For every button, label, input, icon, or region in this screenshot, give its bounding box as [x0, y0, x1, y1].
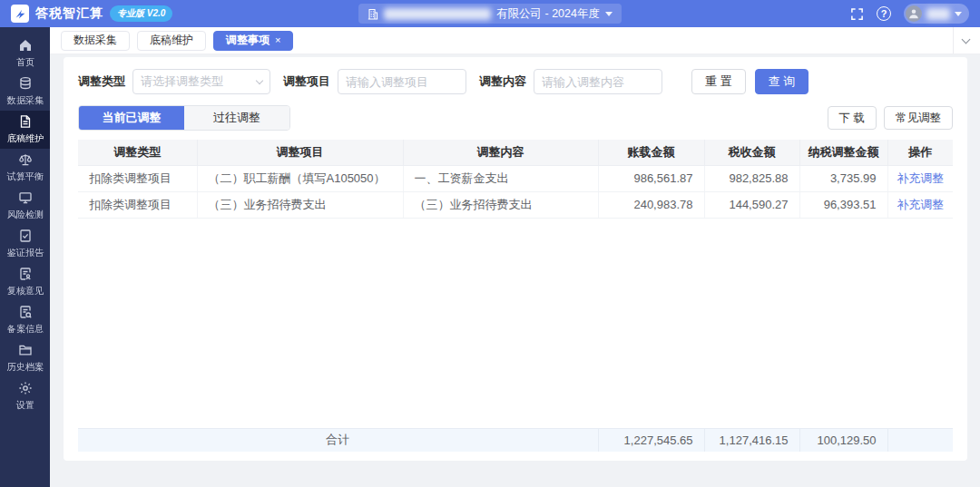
caret-down-icon — [955, 12, 962, 16]
redacted-user-name — [926, 8, 950, 20]
reset-button[interactable]: 重 置 — [691, 69, 746, 94]
monitor-icon — [18, 190, 33, 205]
filter-content-label: 调整内容 — [479, 73, 526, 90]
company-selector[interactable]: 有限公司 - 2024年度 — [358, 4, 622, 24]
sidebar-item-attestation-report[interactable]: 鉴证报告 — [0, 225, 50, 263]
sidebar-item-home[interactable]: 首页 — [0, 34, 50, 73]
col-adjust-content: 调整内容 — [403, 140, 598, 165]
summary-adjust-amount: 100,129.50 — [799, 428, 887, 452]
adjust-type-select[interactable]: 请选择调整类型 — [132, 69, 270, 94]
adjust-view-switch: 当前已调整 过往调整 — [78, 105, 290, 131]
brand: 答税智汇算 专业版 V2.0 — [11, 5, 172, 23]
gear-icon — [18, 381, 33, 395]
app-title: 答税智汇算 — [35, 5, 103, 22]
sidebar-item-review-opinion[interactable]: 复核意见 — [0, 263, 50, 301]
supplement-adjust-link[interactable]: 补充调整 — [897, 171, 944, 185]
tab-workpaper[interactable]: 底稿维护 — [137, 31, 206, 51]
redacted-company-name — [384, 8, 491, 20]
document-icon — [18, 114, 33, 129]
record-doc-icon — [18, 305, 33, 319]
filter-item-label: 调整项目 — [283, 73, 330, 90]
user-menu[interactable] — [904, 4, 969, 24]
download-button[interactable]: 下 载 — [828, 106, 877, 130]
col-adjust-type: 调整类型 — [78, 140, 197, 165]
main-area: 数据采集 底稿维护 调整事项 × 调整类型 请选择调整类型 调整项目 调整内容 … — [50, 27, 980, 487]
sidebar-item-trial-balance[interactable]: 试算平衡 — [0, 149, 50, 187]
chevron-down-icon — [962, 34, 971, 44]
topbar-actions: ? — [850, 4, 969, 24]
topbar: 答税智汇算 专业版 V2.0 有限公司 - 2024年度 ? — [0, 0, 980, 27]
table-row: 扣除类调整项目 （三）业务招待费支出 （三）业务招待费支出 240,983.78… — [78, 191, 953, 218]
tab-overflow-button[interactable] — [953, 27, 973, 54]
tab-data-collection[interactable]: 数据采集 — [61, 31, 130, 51]
app-logo-icon — [11, 5, 29, 23]
company-year-label: 有限公司 - 2024年度 — [496, 6, 600, 22]
filter-type-label: 调整类型 — [78, 73, 125, 90]
database-icon — [18, 76, 33, 91]
review-doc-icon — [18, 267, 33, 281]
sidebar-item-risk-detection[interactable]: 风险检测 — [0, 187, 50, 225]
adjustments-table: 调整类型 调整项目 调整内容 账载金额 税收金额 纳税调整金额 操作 扣除类调整… — [78, 140, 953, 452]
query-button[interactable]: 查 询 — [755, 69, 809, 94]
scale-icon — [18, 152, 33, 167]
home-icon — [18, 38, 33, 53]
building-icon — [368, 8, 378, 20]
col-operation: 操作 — [887, 140, 953, 165]
help-icon[interactable]: ? — [877, 6, 891, 21]
supplement-adjust-link[interactable]: 补充调整 — [897, 198, 944, 211]
close-icon[interactable]: × — [275, 35, 280, 45]
report-check-icon — [18, 229, 33, 243]
adjustments-panel: 调整类型 请选择调整类型 调整项目 调整内容 重 置 查 询 当前已调整 过往调… — [64, 57, 967, 461]
folder-icon — [18, 343, 33, 357]
filter-row: 调整类型 请选择调整类型 调整项目 调整内容 重 置 查 询 — [78, 69, 953, 94]
summary-book-amount: 1,227,545.65 — [598, 428, 704, 452]
col-tax-amount: 税收金额 — [704, 140, 799, 165]
col-adjust-amount: 纳税调整金额 — [799, 140, 887, 165]
table-header: 调整类型 调整项目 调整内容 账载金额 税收金额 纳税调整金额 操作 — [78, 140, 953, 165]
sidebar-item-history-archive[interactable]: 历史档案 — [0, 339, 50, 377]
sidebar-item-settings[interactable]: 设置 — [0, 377, 50, 415]
sidebar-item-workpaper[interactable]: 底稿维护 — [0, 111, 50, 149]
sidebar: 首页 数据采集 底稿维护 试算平衡 风险检测 鉴证报告 复核意见 备案信息 — [0, 27, 50, 487]
col-book-amount: 账载金额 — [598, 140, 704, 165]
col-adjust-item: 调整项目 — [197, 140, 403, 165]
tab-past-adjustments[interactable]: 过往调整 — [184, 106, 289, 130]
avatar — [906, 5, 922, 22]
adjust-content-input[interactable] — [534, 69, 662, 94]
adjust-item-input[interactable] — [338, 69, 466, 94]
table-row: 扣除类调整项目 （二）职工薪酬（填写A105050） 一、工资薪金支出 986,… — [78, 165, 953, 191]
table-empty-space — [78, 219, 953, 428]
toolbar-actions: 下 载 常见调整 — [828, 106, 953, 130]
summary-tax-amount: 1,127,416.15 — [704, 428, 799, 452]
tab-adjustments[interactable]: 调整事项 × — [213, 31, 293, 51]
toolbar-row: 当前已调整 过往调整 下 载 常见调整 — [78, 105, 953, 131]
summary-row: 合计 1,227,545.65 1,127,416.15 100,129.50 — [78, 428, 953, 453]
version-badge: 专业版 V2.0 — [110, 5, 172, 22]
caret-down-icon — [605, 12, 612, 16]
common-adjustments-button[interactable]: 常见调整 — [884, 106, 953, 130]
chevron-down-icon — [256, 77, 263, 84]
sidebar-item-filing-info[interactable]: 备案信息 — [0, 301, 50, 339]
tab-current-adjusted[interactable]: 当前已调整 — [79, 106, 184, 130]
sidebar-item-data-collection[interactable]: 数据采集 — [0, 73, 50, 111]
summary-label: 合计 — [78, 428, 598, 452]
fullscreen-icon[interactable] — [850, 7, 864, 21]
tab-bar: 数据采集 底稿维护 调整事项 × — [50, 27, 980, 54]
